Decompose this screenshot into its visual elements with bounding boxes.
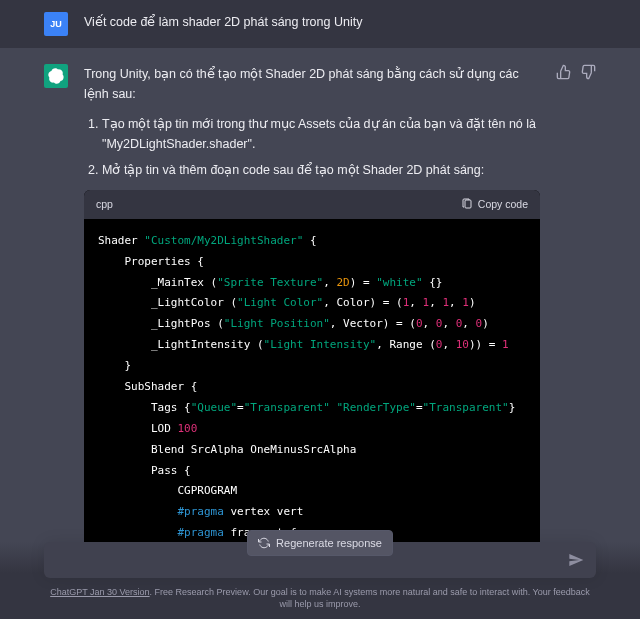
regenerate-button[interactable]: Regenerate response <box>247 530 393 556</box>
user-message-row: JU Viết code để làm shader 2D phát sáng … <box>0 0 640 48</box>
thumbs-up-button[interactable] <box>556 64 572 80</box>
thumbs-down-icon <box>580 64 596 80</box>
assistant-intro: Trong Unity, bạn có thể tạo một Shader 2… <box>84 64 540 104</box>
code-header: cpp Copy code <box>84 190 540 219</box>
regenerate-label: Regenerate response <box>276 537 382 549</box>
steps-list: Tạo một tập tin mới trong thư mục Assets… <box>102 114 540 180</box>
svg-rect-0 <box>465 200 471 208</box>
copy-code-button[interactable]: Copy code <box>461 196 528 213</box>
footer-rest: . Free Research Preview. Our goal is to … <box>150 587 590 610</box>
assistant-avatar <box>44 64 68 88</box>
copy-code-label: Copy code <box>478 196 528 213</box>
refresh-icon <box>258 537 270 549</box>
footer-text: ChatGPT Jan 30 Version. Free Research Pr… <box>44 586 596 611</box>
step-2: Mở tập tin và thêm đoạn code sau để tạo … <box>102 160 540 180</box>
thumbs-down-button[interactable] <box>580 64 596 80</box>
step-1: Tạo một tập tin mới trong thư mục Assets… <box>102 114 540 154</box>
user-avatar: JU <box>44 12 68 36</box>
user-prompt: Viết code để làm shader 2D phát sáng tro… <box>84 12 596 36</box>
code-lang-label: cpp <box>96 196 113 213</box>
thumbs-up-icon <box>556 64 572 80</box>
version-link[interactable]: ChatGPT Jan 30 Version <box>50 587 149 597</box>
clipboard-icon <box>461 198 473 210</box>
